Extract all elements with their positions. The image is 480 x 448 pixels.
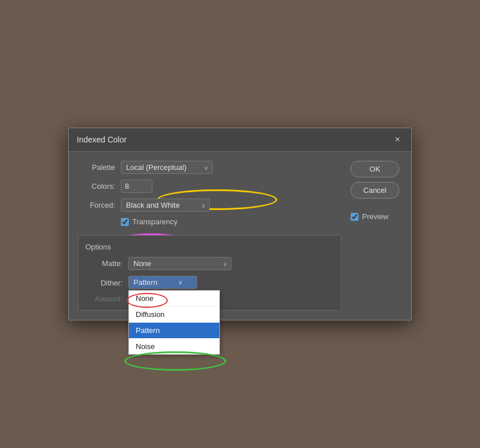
transparency-text: Transparency	[132, 217, 178, 226]
forced-select[interactable]: NoneBlack and WhitePrimariesWebCustom	[121, 199, 210, 212]
dither-row: Dither: Pattern ∨	[85, 276, 334, 289]
dialog-body: Palette Local (Perceptual)Local (Selecti…	[69, 152, 411, 320]
preview-checkbox[interactable]	[351, 213, 359, 221]
preview-text: Preview	[362, 212, 388, 221]
dither-chevron-icon: ∨	[178, 279, 183, 286]
colors-input[interactable]	[121, 180, 152, 193]
dither-dropdown: None Diffusion Pattern Noise	[128, 290, 220, 355]
colors-row: Colors:	[78, 180, 341, 193]
dropdown-item-noise[interactable]: Noise	[129, 339, 219, 354]
options-title: Options	[85, 243, 334, 251]
palette-row: Palette Local (Perceptual)Local (Selecti…	[78, 161, 341, 174]
dialog-title: Indexed Color	[77, 135, 127, 144]
dialog-titlebar: Indexed Color ×	[69, 128, 411, 152]
amount-label: Amount:	[85, 295, 123, 303]
dropdown-item-diffusion[interactable]: Diffusion	[129, 307, 219, 323]
palette-label: Palette	[78, 163, 115, 172]
pattern-annotation-oval	[124, 351, 226, 371]
dither-select-wrapper: Pattern ∨ None Diffusion	[128, 276, 197, 289]
indexed-color-dialog: Indexed Color × Palette Local (Perceptua…	[68, 128, 412, 320]
matte-row: Matte: NoneWhiteBlackCustom	[85, 257, 334, 270]
transparency-checkbox[interactable]	[121, 218, 129, 226]
dither-select-display[interactable]: Pattern ∨	[128, 276, 197, 289]
dither-value: Pattern	[133, 278, 158, 287]
dialog-left: Palette Local (Perceptual)Local (Selecti…	[78, 161, 341, 311]
close-button[interactable]: ×	[392, 134, 403, 145]
palette-select[interactable]: Local (Perceptual)Local (Selective)Local…	[121, 161, 213, 174]
options-section: Options Matte: NoneWhiteBlackCustom Dith…	[78, 235, 341, 311]
matte-select[interactable]: NoneWhiteBlackCustom	[128, 257, 231, 270]
matte-label: Matte:	[85, 259, 123, 268]
preview-label[interactable]: Preview	[351, 212, 388, 221]
palette-select-wrapper: Local (Perceptual)Local (Selective)Local…	[121, 161, 213, 174]
forced-row: Forced: NoneBlack and WhitePrimariesWebC…	[78, 199, 341, 212]
dropdown-item-pattern[interactable]: Pattern	[129, 323, 219, 339]
transparency-label[interactable]: Transparency	[121, 217, 178, 226]
forced-select-wrapper: NoneBlack and WhitePrimariesWebCustom	[121, 199, 210, 212]
dropdown-item-none[interactable]: None	[129, 291, 219, 307]
matte-select-wrapper: NoneWhiteBlackCustom	[128, 257, 231, 270]
colors-label: Colors:	[78, 182, 115, 191]
dialog-right: OK Cancel Preview	[351, 161, 402, 311]
preview-row: Preview	[351, 212, 402, 221]
dither-label: Dither:	[85, 279, 123, 287]
transparency-row: Transparency	[121, 217, 341, 226]
ok-button[interactable]: OK	[351, 161, 399, 177]
dialog-overlay: Indexed Color × Palette Local (Perceptua…	[68, 128, 412, 320]
forced-label: Forced:	[78, 201, 115, 209]
cancel-button[interactable]: Cancel	[351, 182, 399, 199]
